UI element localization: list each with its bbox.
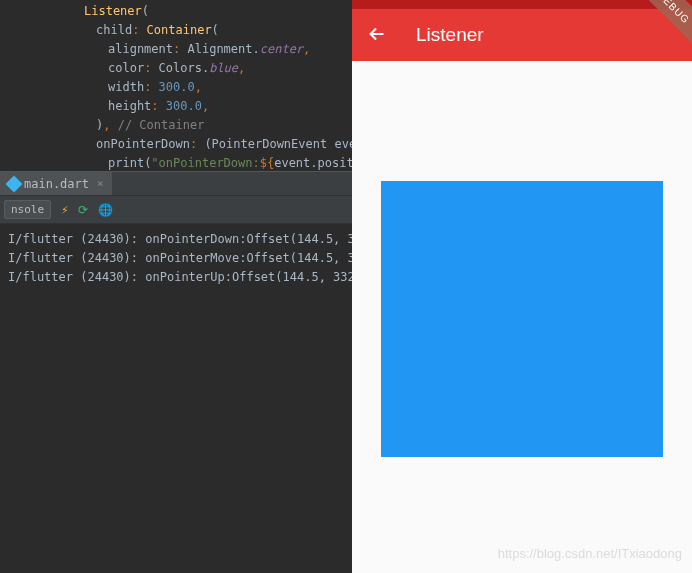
- code-editor[interactable]: Listener( child: Container( alignment: A…: [0, 0, 352, 171]
- console-tab[interactable]: nsole: [4, 200, 51, 219]
- console-toolbar: nsole ⚡ ⟳ 🌐: [0, 196, 352, 224]
- reload-icon[interactable]: ⟳: [78, 203, 88, 217]
- code-token: PointerDownEvent event: [212, 137, 352, 151]
- code-token: alignment: [108, 42, 173, 56]
- code-token: height: [108, 99, 151, 113]
- code-token: color: [108, 61, 144, 75]
- tab-label: main.dart: [24, 177, 89, 191]
- code-token: 300.0: [159, 80, 195, 94]
- console-output[interactable]: I/flutter (24430): onPointerDown:Offset(…: [0, 224, 352, 573]
- globe-icon[interactable]: 🌐: [98, 203, 113, 217]
- code-token: center: [260, 42, 303, 56]
- dart-file-icon: [6, 175, 23, 192]
- code-token: blue: [209, 61, 238, 75]
- code-token: width: [108, 80, 144, 94]
- code-token: event: [274, 156, 310, 170]
- code-token: Container: [147, 23, 212, 37]
- code-token: Listener: [84, 4, 142, 18]
- listener-container[interactable]: [381, 181, 663, 457]
- code-token: print: [108, 156, 144, 170]
- file-tab-bar: main.dart ×: [0, 171, 352, 196]
- ide-left-pane: Listener( child: Container( alignment: A…: [0, 0, 352, 573]
- phone-preview: Listener DEBUG https://blog.csdn.net/ITx…: [352, 0, 692, 573]
- app-title: Listener: [416, 24, 484, 46]
- console-line: I/flutter (24430): onPointerMove:Offset(…: [8, 249, 344, 268]
- app-body: [352, 61, 692, 457]
- code-comment: // Container: [118, 118, 205, 132]
- tab-main-dart[interactable]: main.dart ×: [0, 172, 112, 195]
- code-token: position: [318, 156, 352, 170]
- code-token: "onPointerDown:: [151, 156, 259, 170]
- code-token: child: [96, 23, 132, 37]
- android-status-bar: [352, 0, 692, 9]
- code-token: onPointerDown: [96, 137, 190, 151]
- lightning-icon[interactable]: ⚡: [61, 203, 68, 217]
- app-bar: Listener: [352, 9, 692, 61]
- code-token: 300.0: [166, 99, 202, 113]
- console-line: I/flutter (24430): onPointerDown:Offset(…: [8, 230, 344, 249]
- back-arrow-icon[interactable]: [366, 23, 388, 48]
- code-token: Alignment: [187, 42, 252, 56]
- watermark: https://blog.csdn.net/ITxiaodong: [498, 546, 682, 561]
- code-token: Colors: [159, 61, 202, 75]
- console-line: I/flutter (24430): onPointerUp:Offset(14…: [8, 268, 344, 287]
- close-icon[interactable]: ×: [97, 177, 104, 190]
